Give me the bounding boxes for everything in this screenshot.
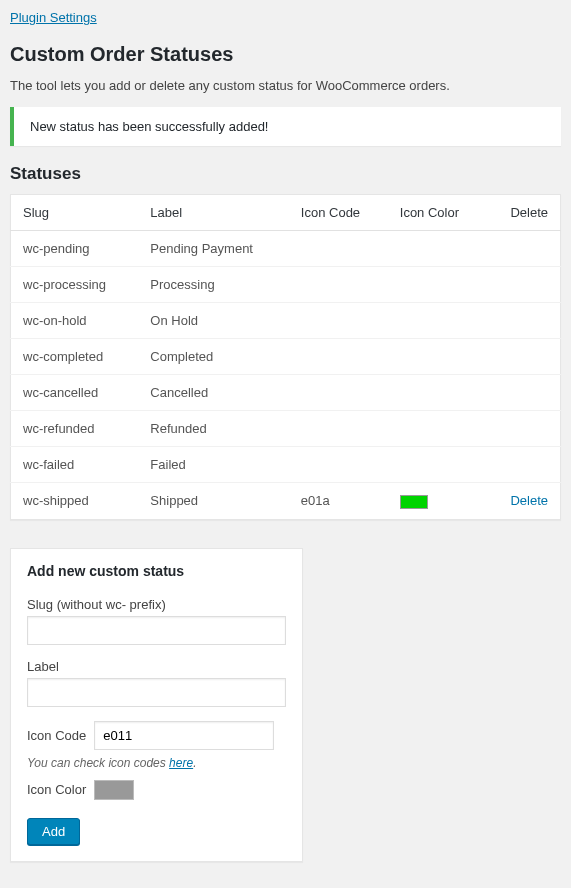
icon-code-label: Icon Code — [27, 728, 86, 743]
cell-icon-code — [289, 411, 388, 447]
icon-code-helper: You can check icon codes here. — [27, 756, 286, 770]
page-description: The tool lets you add or delete any cust… — [10, 78, 561, 93]
cell-icon-color — [388, 303, 487, 339]
cell-delete — [487, 447, 561, 483]
cell-slug: wc-shipped — [11, 483, 139, 520]
cell-delete — [487, 267, 561, 303]
statuses-table: Slug Label Icon Code Icon Color Delete w… — [10, 194, 561, 520]
cell-label: Pending Payment — [138, 231, 288, 267]
col-label: Label — [138, 195, 288, 231]
cell-slug: wc-failed — [11, 447, 139, 483]
cell-label: Processing — [138, 267, 288, 303]
cell-delete — [487, 231, 561, 267]
cell-label: Shipped — [138, 483, 288, 520]
col-delete: Delete — [487, 195, 561, 231]
table-row: wc-refundedRefunded — [11, 411, 561, 447]
add-button[interactable]: Add — [27, 818, 80, 845]
cell-slug: wc-processing — [11, 267, 139, 303]
table-row: wc-shippedShippede01aDelete — [11, 483, 561, 520]
add-status-form: Add new custom status Slug (without wc- … — [10, 548, 303, 862]
table-row: wc-on-holdOn Hold — [11, 303, 561, 339]
cell-icon-code — [289, 303, 388, 339]
cell-icon-color — [388, 375, 487, 411]
cell-delete — [487, 339, 561, 375]
cell-icon-color — [388, 339, 487, 375]
color-swatch — [400, 495, 428, 509]
cell-delete — [487, 411, 561, 447]
success-notice: New status has been successfully added! — [10, 107, 561, 146]
col-slug: Slug — [11, 195, 139, 231]
slug-input[interactable] — [27, 616, 286, 645]
cell-slug: wc-pending — [11, 231, 139, 267]
table-row: wc-pendingPending Payment — [11, 231, 561, 267]
form-heading: Add new custom status — [27, 563, 286, 579]
cell-icon-code — [289, 375, 388, 411]
cell-slug: wc-cancelled — [11, 375, 139, 411]
table-row: wc-cancelledCancelled — [11, 375, 561, 411]
icon-codes-link[interactable]: here — [169, 756, 193, 770]
cell-label: On Hold — [138, 303, 288, 339]
cell-label: Refunded — [138, 411, 288, 447]
cell-icon-code — [289, 339, 388, 375]
cell-slug: wc-refunded — [11, 411, 139, 447]
label-label: Label — [27, 659, 286, 674]
cell-icon-code: e01a — [289, 483, 388, 520]
icon-color-picker[interactable] — [94, 780, 134, 800]
cell-label: Cancelled — [138, 375, 288, 411]
plugin-settings-link[interactable]: Plugin Settings — [10, 10, 97, 25]
cell-icon-code — [289, 447, 388, 483]
statuses-heading: Statuses — [10, 164, 561, 184]
table-row: wc-completedCompleted — [11, 339, 561, 375]
cell-icon-color — [388, 483, 487, 520]
cell-label: Failed — [138, 447, 288, 483]
notice-text: New status has been successfully added! — [30, 119, 268, 134]
cell-delete — [487, 375, 561, 411]
cell-icon-color — [388, 411, 487, 447]
cell-icon-code — [289, 267, 388, 303]
cell-delete: Delete — [487, 483, 561, 520]
table-row: wc-failedFailed — [11, 447, 561, 483]
delete-link[interactable]: Delete — [510, 493, 548, 508]
col-icon-code: Icon Code — [289, 195, 388, 231]
slug-label: Slug (without wc- prefix) — [27, 597, 286, 612]
cell-delete — [487, 303, 561, 339]
cell-icon-color — [388, 447, 487, 483]
cell-icon-code — [289, 231, 388, 267]
icon-code-input[interactable] — [94, 721, 274, 750]
cell-icon-color — [388, 267, 487, 303]
icon-color-label: Icon Color — [27, 782, 86, 797]
cell-slug: wc-on-hold — [11, 303, 139, 339]
col-icon-color: Icon Color — [388, 195, 487, 231]
cell-icon-color — [388, 231, 487, 267]
table-row: wc-processingProcessing — [11, 267, 561, 303]
cell-slug: wc-completed — [11, 339, 139, 375]
cell-label: Completed — [138, 339, 288, 375]
page-title: Custom Order Statuses — [10, 43, 561, 66]
label-input[interactable] — [27, 678, 286, 707]
